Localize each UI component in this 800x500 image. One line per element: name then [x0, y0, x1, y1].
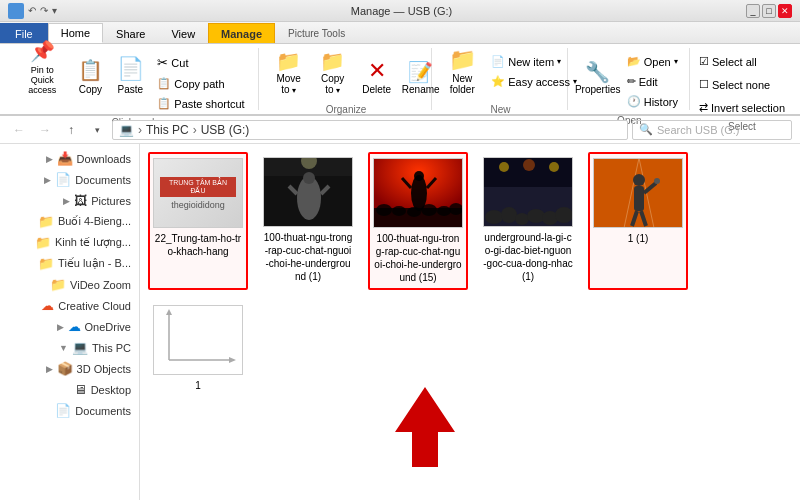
history-icon: 🕐 [627, 95, 641, 108]
copyto-dropdown-icon: ▾ [336, 86, 340, 95]
new-item-button[interactable]: 📄 New item ▾ [486, 52, 582, 71]
expand-icon: ▶ [44, 175, 51, 185]
sidebar-item-pictures[interactable]: ▶ 🖼 Pictures [0, 190, 139, 211]
tab-manage[interactable]: Manage [208, 23, 275, 43]
minimize-button[interactable]: _ [746, 4, 760, 18]
copy-path-button[interactable]: 📋 Copy path [152, 74, 249, 93]
select-none-button[interactable]: ☐ Select none [694, 75, 790, 94]
open-button[interactable]: 📂 Open ▾ [622, 52, 683, 71]
address-path[interactable]: 💻 › This PC › USB (G:) [112, 120, 628, 140]
redo-button[interactable]: ↷ [40, 5, 48, 16]
copy-to-button[interactable]: 📁 Copy to ▾ [313, 48, 353, 100]
copy-button[interactable]: 📋 Copy [72, 48, 108, 100]
new-label: New [490, 100, 510, 115]
move-icon: 📁 [276, 49, 301, 73]
svg-point-28 [523, 159, 535, 171]
close-button[interactable]: ✕ [778, 4, 792, 18]
open-dropdown: ▾ [674, 57, 678, 66]
pin-to-quick-access-button[interactable]: 📌 Pin to Quick access [16, 48, 68, 100]
folder-icon: 📁 [38, 256, 54, 271]
sidebar-item-3dobjects[interactable]: ▶ 📦 3D Objects [0, 358, 139, 379]
file-thumb-4 [593, 158, 683, 228]
tab-home[interactable]: Home [48, 23, 103, 43]
file-thumb-2 [373, 158, 463, 228]
file-item-0[interactable]: TRUNG TÂM BẢN ĐẦU thegioididong 22_Trung… [148, 152, 248, 290]
sidebar-item-tieuluан[interactable]: ▶ 📁 Tiểu luận - B... [0, 253, 139, 274]
thumb-preview-1 [264, 158, 352, 226]
properties-button[interactable]: 🔧 Properties [578, 48, 618, 100]
cut-button[interactable]: ✂ Cut [152, 52, 249, 73]
path-thispc[interactable]: This PC [146, 123, 189, 137]
svg-marker-44 [395, 387, 455, 467]
organize-buttons: 📁 Move to ▾ 📁 Copy to ▾ ✕ Delete 📝 Renam… [269, 48, 424, 100]
file-item-3[interactable]: underground-la-gi-co-gi-dac-biet-nguon-g… [478, 152, 578, 290]
up-button[interactable]: ↑ [60, 119, 82, 141]
forward-button[interactable]: → [34, 119, 56, 141]
address-bar: ← → ↑ ▾ 💻 › This PC › USB (G:) 🔍 Search … [0, 116, 800, 144]
thispc-icon: 💻 [72, 340, 88, 355]
file-grid: TRUNG TÂM BẢN ĐẦU thegioididong 22_Trung… [148, 152, 792, 397]
file-area[interactable]: TRUNG TÂM BẢN ĐẦU thegioididong 22_Trung… [140, 144, 800, 500]
edit-button[interactable]: ✏ Edit [622, 72, 683, 91]
main-area: ▶ 📥 Downloads ▶ 📄 Documents ▶ 🖼 Pictures… [0, 144, 800, 500]
file-item-5[interactable]: 1 [148, 300, 248, 397]
sidebar-item-creative-cloud[interactable]: ▶ ☁ Creative Cloud [0, 295, 139, 316]
tab-view[interactable]: View [158, 23, 208, 43]
invert-selection-button[interactable]: ⇄ Invert selection [694, 98, 790, 117]
file-name-3: underground-la-gi-co-gi-dac-biet-nguon-g… [483, 231, 573, 283]
onedrive-icon: ☁ [68, 319, 81, 334]
delete-button[interactable]: ✕ Delete [357, 48, 397, 100]
svg-rect-34 [634, 186, 644, 211]
copy-path-icon: 📋 [157, 77, 171, 90]
svg-point-15 [407, 207, 421, 217]
ribbon-group-new: 📁 New folder 📄 New item ▾ ⭐ Easy access … [434, 48, 567, 110]
easy-access-icon: ⭐ [491, 75, 505, 88]
sidebar-item-downloads[interactable]: ▶ 📥 Downloads [0, 148, 139, 169]
sidebar-item-kinhtе[interactable]: ▶ 📁 Kinh tế lượng... [0, 232, 139, 253]
select-buttons: ☑ Select all ☐ Select none ⇄ Invert sele… [694, 48, 790, 117]
ribbon: 📌 Pin to Quick access 📋 Copy 📄 Paste ✂ C… [0, 44, 800, 116]
sidebar-item-desktop[interactable]: ▶ 🖥 Desktop [0, 379, 139, 400]
documents-icon: 📄 [55, 172, 71, 187]
sidebar-item-videozoom[interactable]: ▶ 📁 ViDeo Zoom [0, 274, 139, 295]
new-folder-button[interactable]: 📁 New folder [442, 48, 482, 100]
maximize-button[interactable]: □ [762, 4, 776, 18]
undo-button[interactable]: ↶ [28, 5, 36, 16]
clipboard-small-buttons: ✂ Cut 📋 Copy path 📋 Paste shortcut [152, 48, 249, 113]
sidebar-item-documents[interactable]: ▶ 📄 Documents [0, 169, 139, 190]
ribbon-group-select: ☑ Select all ☐ Select none ⇄ Invert sele… [692, 48, 792, 110]
recent-locations-button[interactable]: ▾ [86, 119, 108, 141]
file-item-4[interactable]: 1 (1) [588, 152, 688, 290]
edit-icon: ✏ [627, 75, 636, 88]
file-item-2[interactable]: 100-thuat-ngu-trong-rap-cuc-chat-nguoi-c… [368, 152, 468, 290]
new-small-buttons: 📄 New item ▾ ⭐ Easy access ▾ [486, 48, 582, 91]
search-box[interactable]: 🔍 Search USB (G:) [632, 120, 792, 140]
ribbon-group-open: 🔧 Properties 📂 Open ▾ ✏ Edit 🕐 History [570, 48, 690, 110]
sidebar-item-thispc[interactable]: ▼ 💻 This PC [0, 337, 139, 358]
select-all-button[interactable]: ☑ Select all [694, 52, 790, 71]
copy-icon: 📋 [78, 58, 103, 82]
expand-icon: ▶ [63, 385, 70, 395]
thumb-preview-5 [154, 306, 242, 374]
tab-picture-tools[interactable]: Picture Tools [275, 23, 358, 43]
paste-shortcut-button[interactable]: 📋 Paste shortcut [152, 94, 249, 113]
svg-point-33 [633, 174, 645, 186]
customize-qat-button[interactable]: ▾ [52, 5, 57, 16]
sidebar-item-buoi4[interactable]: ▶ 📁 Buổi 4-Bieng... [0, 211, 139, 232]
sidebar-item-onedrive[interactable]: ▶ ☁ OneDrive [0, 316, 139, 337]
back-button[interactable]: ← [8, 119, 30, 141]
documents-icon: 📄 [55, 403, 71, 418]
svg-point-16 [421, 204, 437, 216]
easy-access-button[interactable]: ⭐ Easy access ▾ [486, 72, 582, 91]
copy-to-icon: 📁 [320, 49, 345, 73]
tab-share[interactable]: Share [103, 23, 158, 43]
svg-point-22 [501, 207, 517, 223]
file-item-1[interactable]: 100-thuat-ngu-trong-rap-cuc-chat-nguoi-c… [258, 152, 358, 290]
sidebar-item-documents2[interactable]: ▶ 📄 Documents [0, 400, 139, 421]
history-button[interactable]: 🕐 History [622, 92, 683, 111]
paste-button[interactable]: 📄 Paste [112, 48, 148, 100]
path-usb[interactable]: USB (G:) [201, 123, 250, 137]
ribbon-tabs: File Home Share View Manage Picture Tool… [0, 22, 800, 44]
folder-icon: 📁 [35, 235, 51, 250]
move-to-button[interactable]: 📁 Move to ▾ [269, 48, 309, 100]
